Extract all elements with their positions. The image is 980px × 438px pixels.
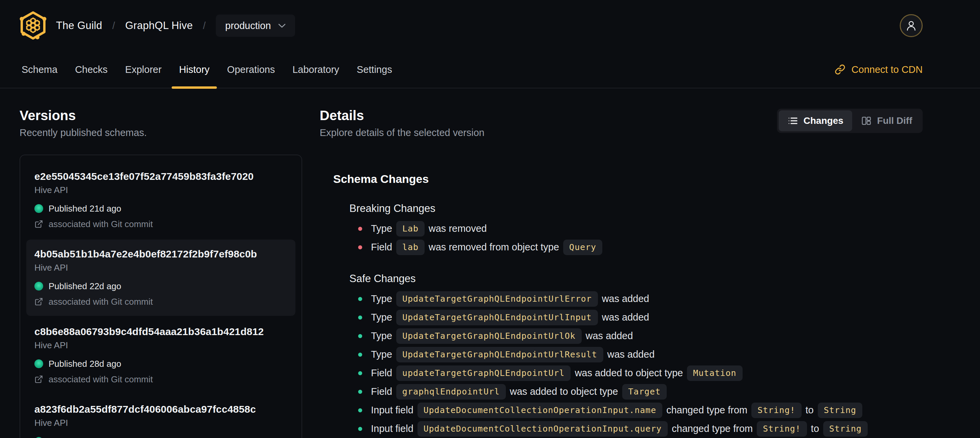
code-badge: Lab bbox=[396, 221, 425, 237]
change-text: was added bbox=[602, 293, 649, 304]
code-badge: UpdateTargetGraphQLEndpointUrlResult bbox=[396, 347, 603, 362]
connect-to-cdn-link[interactable]: Connect to CDN bbox=[835, 64, 923, 75]
version-item[interactable]: c8b6e88a06793b9c4dfd54aaa21b36a1b421d812… bbox=[26, 317, 296, 393]
change-text: was added bbox=[607, 349, 655, 360]
breadcrumb-org[interactable]: The Guild bbox=[56, 19, 102, 32]
schema-change-item: TypeLabwas removed bbox=[358, 219, 923, 238]
code-badge: String! bbox=[757, 421, 807, 436]
nav-tabs: Schema Checks Explorer History Operation… bbox=[13, 51, 401, 88]
user-menu-button[interactable] bbox=[900, 14, 923, 37]
tab-checks[interactable]: Checks bbox=[66, 51, 116, 88]
tab-history[interactable]: History bbox=[170, 51, 218, 88]
external-link-icon bbox=[34, 297, 43, 306]
tab-label: Operations bbox=[227, 64, 275, 75]
list-icon bbox=[788, 115, 798, 126]
code-badge: lab bbox=[396, 240, 425, 255]
changes-view-button[interactable]: Changes bbox=[779, 110, 852, 131]
tab-operations[interactable]: Operations bbox=[218, 51, 283, 88]
git-commit-link[interactable]: associated with Git commit bbox=[34, 296, 287, 308]
chevron-down-icon bbox=[278, 23, 286, 28]
change-text: Input field bbox=[371, 405, 414, 416]
change-text: was removed from object type bbox=[429, 242, 559, 253]
schema-change-item: Fieldlabwas removed from object typeQuer… bbox=[358, 238, 923, 256]
version-hash: a823f6db2a55df877dcf406006abca97fcc4858c bbox=[34, 403, 287, 416]
published-dot bbox=[34, 359, 43, 368]
change-text: Input field bbox=[371, 423, 414, 434]
details-title: Details bbox=[320, 107, 484, 124]
git-commit-link[interactable]: associated with Git commit bbox=[34, 373, 287, 385]
code-badge: String bbox=[823, 421, 868, 436]
change-text: changed type from bbox=[667, 405, 747, 416]
code-badge: UpdateTargetGraphQLEndpointUrlOk bbox=[396, 328, 582, 344]
breaking-changes-section: Breaking Changes TypeLabwas removed Fiel… bbox=[333, 202, 923, 256]
columns-icon bbox=[861, 115, 872, 126]
bullet-dot bbox=[358, 245, 362, 249]
bullet-dot bbox=[358, 427, 362, 431]
breadcrumb-project[interactable]: GraphQL Hive bbox=[125, 19, 193, 32]
code-badge: UpdateDocumentCollectionOperationInput.q… bbox=[417, 421, 668, 436]
link-icon bbox=[835, 64, 845, 75]
changes-view-label: Changes bbox=[803, 115, 843, 126]
bullet-dot bbox=[358, 371, 362, 375]
schema-change-item: FieldgraphqlEndpointUrlwas added to obje… bbox=[358, 382, 923, 401]
hive-logo-icon[interactable] bbox=[19, 11, 46, 40]
versions-title: Versions bbox=[19, 107, 302, 124]
target-selector[interactable]: production bbox=[216, 14, 295, 37]
breaking-changes-list: TypeLabwas removed Fieldlabwas removed f… bbox=[333, 219, 923, 256]
bullet-dot bbox=[358, 315, 362, 320]
version-status-text: Published 28d ago bbox=[49, 358, 121, 370]
version-service: Hive API bbox=[34, 339, 287, 351]
version-item[interactable]: a823f6db2a55df877dcf406006abca97fcc4858c… bbox=[26, 395, 296, 438]
change-text: Type bbox=[371, 293, 392, 304]
breadcrumb: The Guild / GraphQL Hive / production bbox=[56, 14, 295, 37]
change-text: was removed bbox=[429, 223, 487, 234]
full-diff-view-label: Full Diff bbox=[877, 115, 912, 126]
code-badge: Mutation bbox=[687, 365, 742, 381]
schema-change-item: Input fieldUpdateDocumentCollectionOpera… bbox=[358, 419, 923, 438]
version-hash: e2e55045345ce13fe07f52a77459b83fa3fe7020 bbox=[34, 170, 287, 183]
schema-change-item: TypeUpdateTargetGraphQLEndpointUrlErrorw… bbox=[358, 290, 923, 308]
details-header: Details Explore details of the selected … bbox=[320, 107, 923, 139]
version-status: Published 22d ago bbox=[34, 280, 287, 292]
version-item[interactable]: 4b05ab51b1b4a7e2e4b0ef82172f2b9f7ef98c0b… bbox=[26, 240, 296, 316]
tab-label: Schema bbox=[22, 64, 57, 75]
safe-changes-heading: Safe Changes bbox=[349, 272, 923, 285]
schema-change-item: TypeUpdateTargetGraphQLEndpointUrlInputw… bbox=[358, 308, 923, 327]
code-badge: UpdateDocumentCollectionOperationInput.n… bbox=[417, 403, 662, 418]
version-service: Hive API bbox=[34, 417, 287, 428]
git-commit-link-label: associated with Git commit bbox=[49, 296, 153, 308]
git-commit-link[interactable]: associated with Git commit bbox=[34, 218, 287, 230]
bullet-dot bbox=[358, 227, 362, 231]
tab-label: Explorer bbox=[125, 64, 162, 75]
app-root: The Guild / GraphQL Hive / production bbox=[0, 0, 980, 438]
version-service: Hive API bbox=[34, 262, 287, 273]
code-badge: UpdateTargetGraphQLEndpointUrlError bbox=[396, 291, 598, 307]
tab-laboratory[interactable]: Laboratory bbox=[283, 51, 348, 88]
tab-schema[interactable]: Schema bbox=[13, 51, 66, 88]
schema-change-item: TypeUpdateTargetGraphQLEndpointUrlResult… bbox=[358, 345, 923, 364]
tab-label: Laboratory bbox=[293, 64, 339, 75]
version-item[interactable]: e2e55045345ce13fe07f52a77459b83fa3fe7020… bbox=[26, 162, 296, 238]
tab-label: Settings bbox=[357, 64, 392, 75]
change-text: Field bbox=[371, 386, 392, 397]
code-badge: Target bbox=[622, 384, 667, 400]
breadcrumb-separator: / bbox=[203, 20, 206, 31]
bullet-dot bbox=[358, 353, 362, 357]
tab-settings[interactable]: Settings bbox=[348, 51, 401, 88]
schema-change-item: TypeUpdateTargetGraphQLEndpointUrlOkwas … bbox=[358, 327, 923, 345]
breaking-changes-heading: Breaking Changes bbox=[349, 202, 923, 215]
code-badge: UpdateTargetGraphQLEndpointUrlInput bbox=[396, 310, 598, 325]
breadcrumb-separator: / bbox=[112, 20, 115, 31]
change-text: Type bbox=[371, 349, 392, 360]
change-text: Field bbox=[371, 242, 392, 253]
change-text: changed type from bbox=[672, 423, 753, 434]
tab-bar: Schema Checks Explorer History Operation… bbox=[0, 51, 980, 88]
tab-explorer[interactable]: Explorer bbox=[116, 51, 170, 88]
version-hash: c8b6e88a06793b9c4dfd54aaa21b36a1b421d812 bbox=[34, 325, 287, 338]
tab-label: Checks bbox=[75, 64, 108, 75]
tab-label: History bbox=[179, 64, 209, 75]
bullet-dot bbox=[358, 334, 362, 338]
published-dot bbox=[34, 282, 43, 290]
full-diff-view-button[interactable]: Full Diff bbox=[852, 110, 921, 131]
details-panel: Details Explore details of the selected … bbox=[320, 107, 923, 438]
